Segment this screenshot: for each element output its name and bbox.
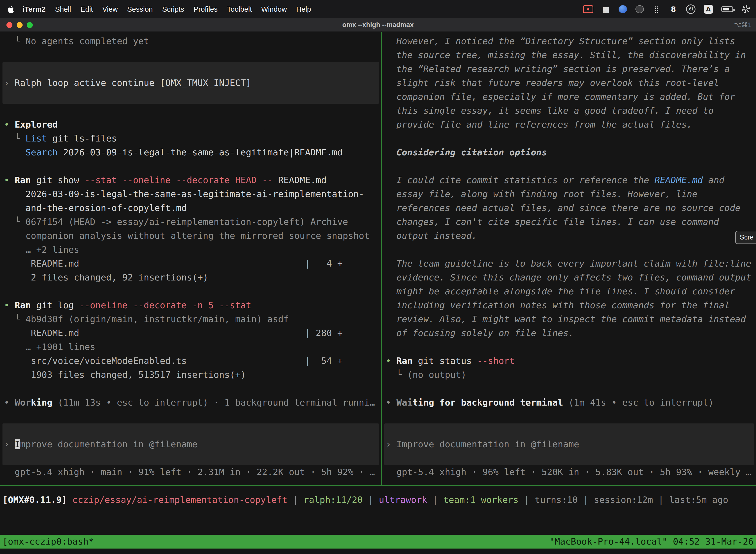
ralph-loop-banner: › Ralph loop active continue [OMX_TMUX_I… xyxy=(2,62,379,104)
agent-pane-left[interactable]: └ No agents completed yet › Ralph loop a… xyxy=(0,32,381,485)
text-segment: including verification notes with those … xyxy=(386,300,730,310)
menu-item-iterm2[interactable]: iTerm2 xyxy=(18,5,50,13)
text-segment: Wai xyxy=(396,397,413,407)
terminal-line xyxy=(386,159,756,173)
terminal-line: └ List git ls-files xyxy=(4,131,381,146)
text-segment: [OMX#0.11.9] xyxy=(2,495,72,505)
terminal-line xyxy=(386,382,756,396)
text-cursor: I xyxy=(15,439,20,449)
battery-icon[interactable] xyxy=(721,6,733,12)
text-segment: Wor xyxy=(15,397,31,407)
text-segment: (1m 41s • esc to interrupt) xyxy=(563,397,713,407)
text-segment: … +1901 lines xyxy=(4,342,95,352)
text-segment: └ 4b9d30f (origin/main, instructkr/main,… xyxy=(4,314,289,324)
left-pane-top-lines: └ No agents completed yet xyxy=(4,34,381,62)
terminal-line: └ 4b9d30f (origin/main, instructkr/main,… xyxy=(4,312,381,326)
blue-app-icon[interactable] xyxy=(619,5,627,13)
menu-item-scripts[interactable]: Scripts xyxy=(158,5,189,13)
model-status-line-right: gpt-5.4 xhigh · 96% left · 520K in · 5.8… xyxy=(386,465,756,479)
text-segment: git show xyxy=(31,175,84,185)
menu-item-view[interactable]: View xyxy=(98,5,122,13)
text-segment: session:12m xyxy=(594,495,653,505)
text-segment: of focusing solely on file lines. xyxy=(386,328,574,338)
left-pane-log: • Explored └ List git ls-files Search 20… xyxy=(4,104,381,424)
menu-item-window[interactable]: Window xyxy=(256,5,292,13)
dots-grid-icon[interactable]: ⣿ xyxy=(652,4,661,15)
prompt-input-right[interactable]: › Improve documentation in @filename xyxy=(384,424,754,465)
window-title-bar[interactable]: omx --xhigh --madmax ⌥⌘1 xyxy=(0,18,756,32)
text-segment: --short xyxy=(477,356,515,366)
input-text: Improve documentation in @filename xyxy=(396,439,579,449)
prompt-input-left[interactable]: › Improve documentation in @filename xyxy=(2,424,379,465)
input-line: › Improve documentation in @filename xyxy=(4,437,379,451)
terminal-line: └ (no output) xyxy=(386,368,756,382)
gauge-icon[interactable]: .61 xyxy=(686,4,695,14)
terminal-line: 1903 files changed, 513517 insertions(+) xyxy=(4,368,381,382)
menu-item-profiles[interactable]: Profiles xyxy=(189,5,223,13)
terminal[interactable]: └ No agents completed yet › Ralph loop a… xyxy=(0,32,756,554)
terminal-line: The team guideline is to back every impo… xyxy=(386,257,756,271)
text-segment: 2026-03-09-is-legal-the-same-as-legitima… xyxy=(58,147,343,157)
text-segment: README.md xyxy=(278,175,326,185)
text-segment: might be acceptable alongside the file l… xyxy=(386,286,735,296)
text-segment: src/voice/voiceModeEnabled.ts | 54 + xyxy=(4,356,342,366)
terminal-line: • Ran git show --stat --oneline --decora… xyxy=(4,173,381,187)
terminal-line: … +2 lines xyxy=(4,243,381,257)
model-status-text: gpt-5.4 xhigh · main · 91% left · 2.31M … xyxy=(4,467,375,477)
terminal-line: provide file and line references from th… xyxy=(386,118,756,131)
terminal-line: and-the-erosion-of-copyleft.md xyxy=(4,201,381,215)
text-segment: 1903 files changed, 513517 insertions(+) xyxy=(4,370,246,380)
text-segment: ting for background terminal xyxy=(413,397,563,407)
model-status-text: gpt-5.4 xhigh · 96% left · 520K in · 5.8… xyxy=(386,467,751,477)
text-segment: turns:10 xyxy=(535,495,578,505)
text-segment: git log xyxy=(31,300,79,310)
menu-item-help[interactable]: Help xyxy=(292,5,316,13)
menu-item-edit[interactable]: Edit xyxy=(76,5,98,13)
terminal-line xyxy=(4,284,381,298)
text-segment: └ No agents completed yet xyxy=(4,36,149,46)
text-segment: | xyxy=(578,495,594,505)
text-segment: slight risk that future readers may over… xyxy=(386,78,719,88)
input-source-icon[interactable]: A xyxy=(704,5,713,14)
text-segment: Ran xyxy=(15,300,31,310)
terminal-line: I could cite commit statistics or refere… xyxy=(386,173,756,187)
text-segment: evidence. Since this change only affects… xyxy=(386,272,751,282)
terminal-line: companion analysis without altering the … xyxy=(4,229,381,243)
terminal-line xyxy=(386,340,756,354)
text-segment: | xyxy=(288,495,304,505)
text-segment: └ 067f154 (HEAD -> essay/ai-reimplementa… xyxy=(4,217,348,227)
tmux-session-window[interactable]: [omx-cczip0:bash* xyxy=(2,535,94,549)
text-segment: ralph:11/20 xyxy=(304,495,363,505)
apple-menu-icon[interactable] xyxy=(6,6,18,13)
fan-icon[interactable] xyxy=(742,5,750,13)
terminal-line: • Explored xyxy=(4,118,381,131)
menu-item-toolbelt[interactable]: Toolbelt xyxy=(222,5,256,13)
recording-indicator-icon[interactable] xyxy=(583,5,593,13)
text-segment: the “Related research writing” section i… xyxy=(386,64,730,74)
text-segment: changes, I can't cite specific file line… xyxy=(386,217,719,227)
terminal-line: essay file, along with finding root file… xyxy=(386,187,756,201)
text-segment: README.md | 4 + xyxy=(4,258,342,269)
text-segment: I could cite commit statistics or refere… xyxy=(386,175,654,185)
menu-item-session[interactable]: Session xyxy=(123,5,158,13)
text-segment: Ran xyxy=(15,175,31,185)
dark-app-icon[interactable] xyxy=(635,5,644,13)
text-segment: List xyxy=(25,133,47,144)
omx-status-line: [OMX#0.11.9] cczip/essay/ai-reimplementa… xyxy=(0,486,756,507)
menu-bar-status-icons: ▦⣿8.61A xyxy=(583,4,750,15)
tmux-status-bar: [omx-cczip0:bash* "MacBook-Pro-44.local"… xyxy=(0,535,756,549)
terminal-line: including verification notes with those … xyxy=(386,298,756,312)
input-line: › Improve documentation in @filename xyxy=(386,437,754,451)
grid-icon[interactable]: ▦ xyxy=(602,4,610,15)
apple-logo-icon xyxy=(8,6,14,13)
terminal-line: README.md | 280 + xyxy=(4,326,381,340)
text-segment: ultrawork xyxy=(379,495,427,505)
terminal-line: slight risk that future readers may over… xyxy=(386,76,756,90)
agent-pane-right[interactable]: However, I noticed the “Directory Struct… xyxy=(382,32,756,485)
terminal-line xyxy=(386,131,756,146)
menu-item-shell[interactable]: Shell xyxy=(50,5,76,13)
text-segment: | xyxy=(653,495,669,505)
terminal-line: However, I noticed the “Directory Struct… xyxy=(386,34,756,48)
eight-app-icon[interactable]: 8 xyxy=(669,4,678,15)
text-segment: and xyxy=(703,175,724,185)
